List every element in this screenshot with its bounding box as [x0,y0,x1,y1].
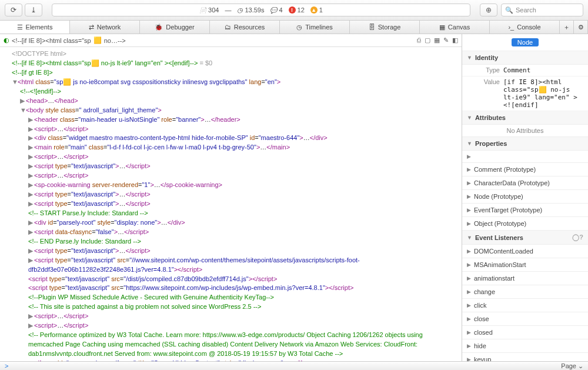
tab-settings[interactable]: ⚙ [574,21,588,34]
search-icon: 🔍 [505,6,513,14]
section-event-listeners[interactable]: ▼Event Listeners◯? [462,231,588,245]
code-line[interactable]: ▶<script>…</script> [4,171,458,181]
top-toolbar: ⟳ ⤓ 304 — 13.59s 4 !12 ▲1 ⊕ 🔍 Search [0,0,588,21]
code-line[interactable]: ▶<iframe id="sumome-jquery-iframe" title… [4,359,458,361]
status-bar: 304 — 13.59s 4 !12 ▲1 [52,4,470,16]
code-line[interactable]: <!-- This site is patched against a big … [4,302,458,312]
event-item[interactable]: ▶click [462,299,588,312]
console-footer: > Page ⌄ [0,361,588,370]
code-line[interactable]: ▶<script>…</script> [4,125,458,134]
status-warnings: 1 [319,6,323,14]
download-button[interactable]: ⤓ [25,4,42,16]
code-line[interactable]: ▶<head>…</head> [4,96,458,106]
chevron-down-icon[interactable]: ⌄ [578,362,583,370]
code-line[interactable]: ▶<script type="text/javascript">…</scrip… [4,190,458,199]
target-button[interactable]: ⊕ [480,4,497,16]
console-icon: ›_ [508,24,514,31]
edit-icon[interactable]: ✎ [443,36,449,44]
code-line[interactable]: <!-- START Parse.ly Include: Standard --… [4,209,458,218]
tab-add[interactable]: ＋ [560,21,574,34]
code-line[interactable]: <!--<![endif]--> [4,87,458,96]
code-line[interactable]: ▶<script data-cfasync="false">…</script> [4,228,458,237]
tab-elements[interactable]: ☰Elements [0,21,70,34]
clock-icon [237,6,243,14]
event-item[interactable]: ▶DOMContentLoaded [462,245,588,258]
console-prompt[interactable]: > [5,362,8,369]
section-attributes[interactable]: ▼Attributes [462,111,588,125]
event-item[interactable]: ▶MSAnimationStart [462,258,588,272]
reload-button[interactable]: ⟳ [5,4,22,16]
code-line[interactable]: <script type="text/javascript" src="/dis… [4,275,458,284]
code-line[interactable]: ▶<header class="main-header u-isNotSingl… [4,115,458,125]
print-icon[interactable]: ⎙ [417,36,421,44]
elements-icon: ☰ [17,24,23,31]
event-item[interactable]: ▶animationstart [462,272,588,285]
event-item[interactable]: ▶closed [462,326,588,339]
storage-icon: 🗄 [369,24,375,31]
tab-resources[interactable]: 🗂Resources [210,21,280,34]
code-line[interactable]: ▶<div class="widget maestro maestro-cont… [4,134,458,143]
page-label[interactable]: Page [561,362,576,369]
section-properties[interactable]: ▼Properties [462,137,588,151]
tab-storage[interactable]: 🗄Storage [350,21,420,34]
code-line[interactable]: ▶<script>…</script> [4,312,458,321]
code-line[interactable]: <!-- END Parse.ly Include: Standard --> [4,237,458,246]
tab-timelines[interactable]: ◷Timelines [280,21,350,34]
debugger-icon: 🐞 [155,24,163,31]
breadcrumb-icon: ◐ [4,36,9,44]
no-attributes: No Attributes [462,125,588,137]
status-messages: 4 [279,6,282,14]
code-line[interactable]: ▶<div id="parsely-root" style="display: … [4,218,458,228]
error-badge-icon: ! [289,6,296,14]
code-area[interactable]: <!DOCTYPE html><!--[if IE 8]><html class… [0,47,462,361]
event-item[interactable]: ▶close [462,312,588,326]
identity-type: TypeComment [462,65,588,76]
code-line[interactable]: <!--Plugin WP Missed Schedule Active - S… [4,293,458,302]
code-line[interactable]: ▼<body style class=" adroll_safari_light… [4,106,458,115]
sidebar-toggle-icon[interactable]: ◧ [452,36,458,44]
tab-console[interactable]: ›_Console [490,21,560,34]
warn-badge-icon: ▲ [310,6,318,14]
code-line[interactable]: ▶<script>…</script> [4,152,458,162]
code-line[interactable]: ▶<script type="text/javascript">…</scrip… [4,199,458,209]
property-item[interactable]: ▶Object (Prototype) [462,217,588,231]
code-line[interactable]: ▶<script type="text/javascript" src="//w… [4,256,458,275]
code-line[interactable]: ▶<sp-cookie-warning server-rendered="1">… [4,181,458,190]
event-item[interactable]: ▶keyup [462,353,588,361]
search-placeholder: Search [516,6,536,14]
tab-network[interactable]: ⇄Network [70,21,140,34]
tab-debugger[interactable]: 🐞Debugger [140,21,210,34]
search-input[interactable]: 🔍 Search [501,4,583,16]
code-line[interactable]: <!--[if gt IE 8]> [4,68,458,78]
details-sidebar: Node ▼Identity TypeComment Value[if IE 8… [462,34,588,361]
main-panel: ◐ <!--[if IE 8]><html class="sp 🟨 no…-->… [0,34,462,361]
property-item[interactable]: ▶EventTarget (Prototype) [462,204,588,217]
code-line[interactable]: ▶<script type="text/javascript">…</scrip… [4,162,458,171]
property-item[interactable]: ▶Comment (Prototype) [462,163,588,176]
code-line[interactable]: ▼<html class="sp🟨 js no-ie8compat svg cs… [4,78,458,87]
event-item[interactable]: ▶change [462,285,588,299]
section-identity[interactable]: ▼Identity [462,51,588,65]
breadcrumb-tail: no…--> [104,37,126,44]
grid-icon[interactable]: ▦ [434,36,440,44]
phone-icon[interactable]: ▢ [425,36,430,44]
help-icon[interactable]: ◯? [572,234,583,241]
status-file-count: 304 [208,6,219,14]
breadcrumb: ◐ <!--[if IE 8]><html class="sp 🟨 no…-->… [0,34,462,47]
property-item[interactable]: ▶CharacterData (Prototype) [462,176,588,190]
canvas-icon: ▦ [439,24,445,31]
property-item[interactable]: ▶ [462,151,588,163]
code-line[interactable]: <!-- Performance optimized by W3 Total C… [4,331,458,359]
status-time: 13.59s [245,6,264,14]
code-line[interactable]: ▶<main role="main" class="l-d-f l-fd-col… [4,143,458,152]
property-item[interactable]: ▶Node (Prototype) [462,190,588,204]
tab-canvas[interactable]: ▦Canvas [420,21,490,34]
network-icon: ⇄ [89,24,94,31]
code-line[interactable]: <script type="text/javascript" src="http… [4,284,458,293]
main-tabs: ☰Elements ⇄Network 🐞Debugger 🗂Resources … [0,21,588,34]
code-line[interactable]: <!DOCTYPE html> [4,49,458,59]
event-item[interactable]: ▶hide [462,339,588,353]
code-line[interactable]: ▶<script type="text/javascript">…</scrip… [4,246,458,256]
code-line[interactable]: ▶<script>…</script> [4,321,458,331]
code-line[interactable]: <!--[if IE 8]><html class="sp🟨 no-js lt-… [4,59,458,68]
